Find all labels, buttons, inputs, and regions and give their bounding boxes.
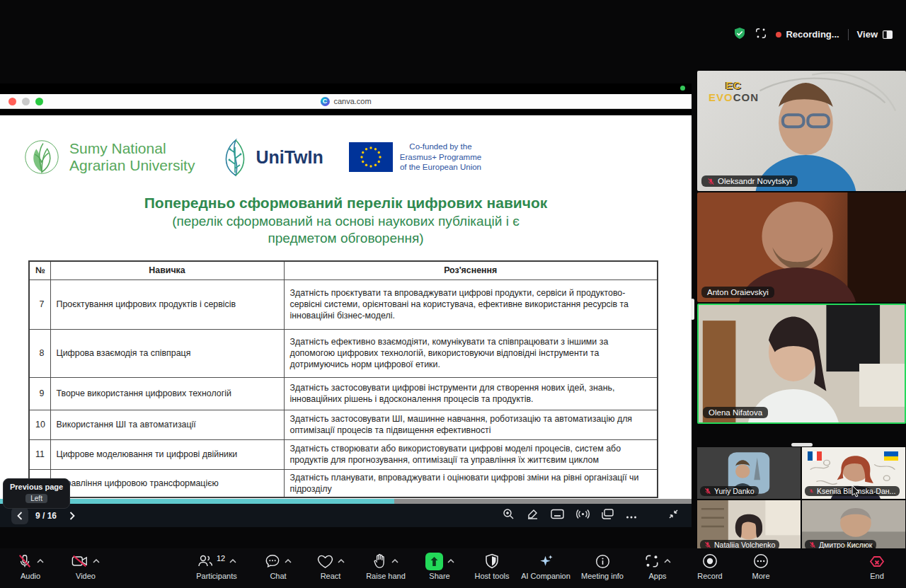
shield-icon xyxy=(485,553,499,569)
chevron-up-icon[interactable] xyxy=(229,559,236,563)
shortcut-badge: Left xyxy=(25,494,47,503)
sumy-logo: Sumy National Agrarian University xyxy=(21,137,195,178)
share-button[interactable]: Share xyxy=(415,553,464,580)
info-icon xyxy=(595,554,610,569)
video-tile-anton[interactable]: Anton Oraievskyi xyxy=(697,192,906,302)
eu-cofunded-text: Co-funded by the Erasmus+ Programme of t… xyxy=(400,142,481,172)
video-tile-olena-active-speaker[interactable]: Olena Nifatova xyxy=(697,304,906,424)
video-button[interactable]: Video xyxy=(59,553,112,580)
heart-icon xyxy=(317,554,333,569)
presentation-slide: Sumy National Agrarian University UniTwI… xyxy=(0,115,692,499)
view-layout-icon xyxy=(882,30,893,40)
browser-chrome: C canva.com xyxy=(0,94,692,109)
video-tile-nataliia[interactable]: Nataliia Volchenko xyxy=(697,500,801,553)
recording-indicator[interactable]: Recording... xyxy=(776,29,839,40)
view-label: View xyxy=(857,29,878,40)
apps-button[interactable]: Apps xyxy=(633,553,682,580)
zoom-in-icon[interactable] xyxy=(503,508,515,523)
muted-mic-icon xyxy=(707,178,715,185)
audio-button[interactable]: Audio xyxy=(6,553,55,580)
more-button[interactable]: More xyxy=(738,553,784,580)
security-shield-icon[interactable] xyxy=(733,27,746,42)
table-row: 9 Творче використання цифрових технологі… xyxy=(29,377,658,410)
table-row: 10 Використання ШІ та автоматизації Здат… xyxy=(29,410,658,439)
pages-grid-icon[interactable] xyxy=(602,509,614,522)
next-page-button[interactable] xyxy=(64,507,81,524)
raise-hand-button[interactable]: Raise hand xyxy=(354,553,418,580)
eu-logo: Co-funded by the Erasmus+ Programme of t… xyxy=(349,142,481,172)
presentation-progress-bar[interactable] xyxy=(0,499,692,504)
sumy-flower-icon xyxy=(21,137,62,178)
participant-video xyxy=(697,192,906,302)
table-row: 8 Цифрова взаємодія та співпраця Здатніс… xyxy=(29,329,658,377)
topbar-divider xyxy=(848,29,849,40)
header-num: № xyxy=(29,261,50,279)
recording-dot-icon xyxy=(776,32,781,38)
captions-icon[interactable] xyxy=(551,509,564,522)
shared-screen: C canva.com Sumy National Agrarian U xyxy=(0,83,692,527)
camera-active-dot xyxy=(680,86,685,91)
header-skill: Навичка xyxy=(50,261,284,279)
evocon-logo: EC EVOCON xyxy=(709,79,759,103)
muted-mic-icon xyxy=(809,488,814,495)
chevron-up-icon[interactable] xyxy=(664,559,671,563)
participant-name-tag: Anton Oraievskyi xyxy=(701,287,774,298)
canva-control-bar: 9 / 16 xyxy=(0,504,692,527)
apps-icon xyxy=(644,553,660,569)
sidebar-resize-handle[interactable] xyxy=(691,299,694,320)
exit-fullscreen-icon[interactable] xyxy=(668,509,679,522)
chevron-up-icon[interactable] xyxy=(93,559,100,563)
participants-count: 12 xyxy=(217,554,225,563)
participant-name-tag: Olena Nifatova xyxy=(703,407,768,418)
chevron-up-icon[interactable] xyxy=(391,559,398,563)
record-button[interactable]: Record xyxy=(685,553,735,580)
page-indicator: 9 / 16 xyxy=(35,511,57,521)
canva-favicon: C xyxy=(320,97,329,106)
muted-mic-icon xyxy=(704,488,711,495)
url-text: canva.com xyxy=(333,97,371,105)
previous-page-tooltip: Previous page Left xyxy=(3,478,70,509)
end-meeting-button[interactable]: End xyxy=(854,553,900,580)
mic-muted-icon xyxy=(17,553,33,569)
chevron-up-icon[interactable] xyxy=(338,559,345,563)
mouse-cursor xyxy=(851,485,861,497)
record-icon xyxy=(702,553,718,569)
minimize-window-button[interactable] xyxy=(22,98,30,105)
window-controls xyxy=(8,98,43,105)
participant-name-tag: Oleksandr Novytskyi xyxy=(701,175,798,187)
meeting-topbar: Recording... View xyxy=(733,27,893,42)
video-tile-yuriy[interactable]: Yuriy Danko xyxy=(697,447,801,499)
muted-mic-icon xyxy=(704,541,711,548)
apps-grid-icon[interactable] xyxy=(755,27,767,42)
video-tile-dmytro[interactable]: Дмитро Кислюк xyxy=(802,500,905,553)
chevron-up-icon[interactable] xyxy=(37,559,44,563)
view-button[interactable]: View xyxy=(857,29,893,40)
muted-mic-icon xyxy=(809,541,816,548)
chat-button[interactable]: Chat xyxy=(253,553,303,580)
participant-name-tag: Yuriy Danko xyxy=(700,486,759,496)
camera-muted-icon xyxy=(71,554,88,568)
chevron-up-icon[interactable] xyxy=(447,559,454,563)
address-bar[interactable]: C canva.com xyxy=(320,97,371,106)
close-window-button[interactable] xyxy=(8,98,16,105)
video-tile-oleksandr[interactable]: EC EVOCON Oleksandr Novytskyi xyxy=(697,71,906,191)
zoom-window-button[interactable] xyxy=(35,98,43,105)
zoom-meeting-window: Recording... View C canva.com xyxy=(0,0,906,588)
slide-subtitle: (перелік сформований на основі наукових … xyxy=(0,213,692,247)
broadcast-icon[interactable] xyxy=(576,509,590,522)
meeting-info-button[interactable]: Meeting info xyxy=(569,553,636,580)
france-flag-icon xyxy=(808,451,822,461)
chevron-up-icon[interactable] xyxy=(285,559,292,563)
gallery-drag-handle[interactable] xyxy=(791,443,813,446)
draw-pen-icon[interactable] xyxy=(527,508,539,523)
participants-icon xyxy=(197,553,214,569)
participants-button[interactable]: 12 Participants xyxy=(183,553,251,580)
more-options-icon[interactable] xyxy=(626,509,637,522)
react-button[interactable]: React xyxy=(306,553,355,580)
previous-page-button[interactable] xyxy=(11,507,28,524)
meeting-toolbar: Audio Video 12 Participants Chat xyxy=(0,548,906,588)
ukraine-flag-icon xyxy=(884,451,898,461)
slide-title: Попередньо сформований перелік цифрових … xyxy=(0,195,692,212)
table-row: 11 Цифрове моделювання ти цифрові двійни… xyxy=(29,439,658,469)
table-row: 12 Управління цифровою трансформацією Зд… xyxy=(29,469,658,497)
